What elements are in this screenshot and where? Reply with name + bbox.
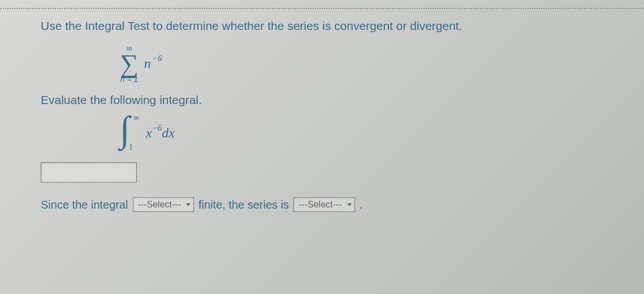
integral-upper-limit: ∞ bbox=[133, 114, 139, 123]
select-placeholder-1: ---Select--- bbox=[138, 200, 181, 209]
term-base: n bbox=[144, 56, 151, 71]
series-term: n−6 bbox=[144, 56, 162, 71]
sentence-part-2: finite, the series is bbox=[198, 198, 289, 211]
sigma-wrap: ∞ ∑ n = 1 n−6 bbox=[120, 44, 162, 83]
sentence-part-1: Since the integral bbox=[41, 198, 128, 211]
select-placeholder-2: ---Select--- bbox=[299, 200, 342, 209]
question-title: Use the Integral Test to determine wheth… bbox=[41, 19, 610, 33]
sigma-symbol: ∑ bbox=[120, 52, 139, 75]
conclusion-sentence: Since the integral ---Select--- finite, … bbox=[41, 197, 610, 212]
sigma-stack: ∞ ∑ n = 1 bbox=[120, 44, 139, 83]
integrand: x−6dx bbox=[146, 126, 175, 141]
series-expression: ∞ ∑ n = 1 n−6 bbox=[120, 43, 610, 83]
series-conclusion-select[interactable]: ---Select--- bbox=[293, 197, 355, 212]
worksheet-page: Use the Integral Test to determine wheth… bbox=[0, 0, 644, 294]
integrand-exponent: −6 bbox=[152, 123, 162, 132]
integral-finite-select[interactable]: ---Select--- bbox=[133, 197, 194, 212]
integral-answer-input[interactable] bbox=[41, 162, 137, 183]
subheading: Evaluate the following integral. bbox=[41, 93, 610, 107]
integral-expression: ∫ ∞ 1 x−6dx bbox=[120, 115, 175, 151]
integral-lower-limit: 1 bbox=[129, 143, 133, 152]
sentence-part-3: . bbox=[360, 198, 363, 211]
integral-symbol: ∫ bbox=[120, 111, 130, 148]
sigma-lower-limit: n = 1 bbox=[120, 75, 139, 83]
term-exponent: −6 bbox=[152, 54, 162, 63]
chevron-down-icon bbox=[347, 204, 352, 206]
integrand-dx: dx bbox=[162, 126, 175, 140]
divider-dotted bbox=[0, 8, 644, 9]
integrand-base: x bbox=[146, 126, 152, 140]
chevron-down-icon bbox=[186, 204, 191, 206]
integral-sign: ∫ ∞ 1 bbox=[120, 115, 139, 151]
